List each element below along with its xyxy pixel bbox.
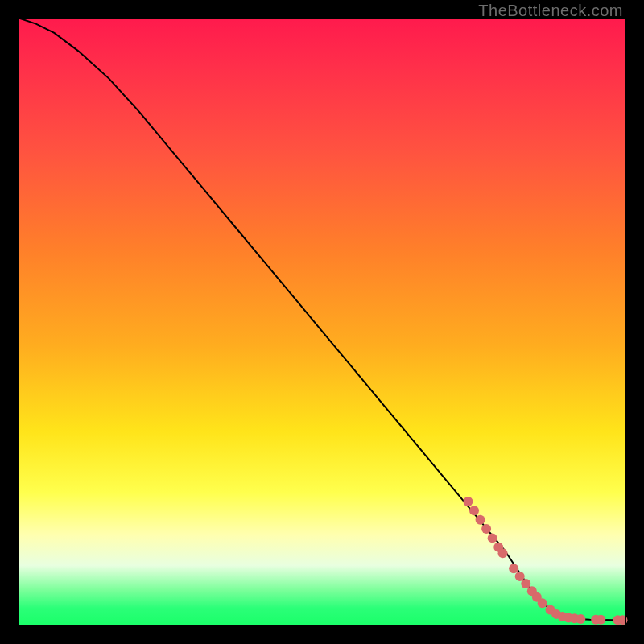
marker-point: [538, 598, 547, 608]
plot-frame: [18, 18, 626, 626]
marker-point: [576, 614, 585, 624]
curve-line: [18, 18, 626, 620]
marker-point: [476, 515, 485, 525]
marker-point: [596, 615, 605, 625]
plot-svg: [18, 18, 626, 626]
marker-group: [463, 497, 627, 625]
marker-point: [481, 524, 491, 534]
marker-point: [498, 548, 508, 558]
marker-point: [488, 533, 497, 543]
marker-point: [463, 497, 473, 506]
marker-point: [617, 615, 627, 625]
marker-point: [509, 564, 518, 573]
marker-point: [469, 506, 479, 515]
